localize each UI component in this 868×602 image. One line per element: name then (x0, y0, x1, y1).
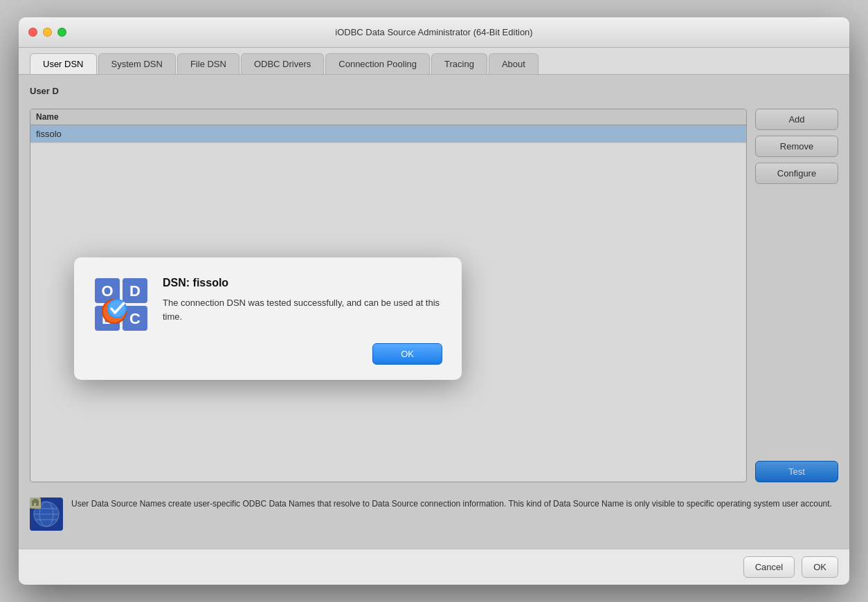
cancel-button[interactable]: Cancel (743, 556, 795, 578)
svg-text:D: D (129, 282, 141, 300)
dialog-overlay: O D B C DSN: fissolo The c (19, 75, 849, 549)
dialog-title: DSN: fissolo (163, 277, 442, 289)
svg-text:C: C (129, 310, 141, 327)
tab-tracing[interactable]: Tracing (431, 53, 487, 74)
main-window: iODBC Data Source Administrator (64-Bit … (19, 17, 849, 585)
tab-user-dsn[interactable]: User DSN (30, 53, 97, 74)
tab-system-dsn[interactable]: System DSN (98, 53, 176, 74)
titlebar-buttons (28, 28, 66, 37)
ok-button[interactable]: OK (802, 556, 838, 578)
svg-text:O: O (101, 282, 113, 300)
tab-connection-pooling[interactable]: Connection Pooling (325, 53, 430, 74)
dialog-text: DSN: fissolo The connection DSN was test… (163, 277, 442, 323)
titlebar: iODBC Data Source Administrator (64-Bit … (19, 17, 849, 48)
maximize-button[interactable] (57, 28, 66, 37)
dialog-actions: OK (93, 343, 442, 365)
minimize-button[interactable] (43, 28, 52, 37)
tab-about[interactable]: About (489, 53, 539, 74)
main-content: User D Name fissolo Add Remove Configure… (19, 75, 849, 549)
dialog-message: The connection DSN was tested successful… (163, 296, 442, 323)
bottom-bar: Cancel OK (19, 549, 849, 585)
close-button[interactable] (28, 28, 37, 37)
tabs-bar: User DSN System DSN File DSN ODBC Driver… (19, 48, 849, 75)
dialog-ok-button[interactable]: OK (372, 343, 442, 365)
tab-file-dsn[interactable]: File DSN (177, 53, 239, 74)
success-dialog: O D B C DSN: fissolo The c (74, 257, 462, 380)
odbc-icon: O D B C (93, 277, 149, 332)
tab-odbc-drivers[interactable]: ODBC Drivers (241, 53, 324, 74)
window-title: iODBC Data Source Administrator (64-Bit … (335, 27, 532, 37)
dialog-body: O D B C DSN: fissolo The c (93, 277, 442, 332)
